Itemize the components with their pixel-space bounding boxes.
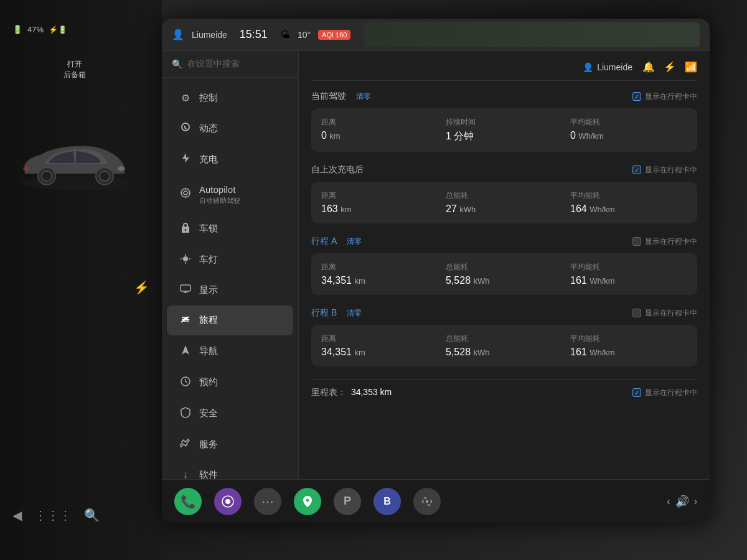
lights-icon <box>179 253 192 267</box>
stat-energy-charge: 总能耗 27 kWh <box>446 190 563 215</box>
sidebar-label-safety: 安全 <box>199 408 218 419</box>
temperature: 10° <box>298 30 311 40</box>
stat-efficiency-a: 平均能耗 161 Wh/km <box>570 262 687 286</box>
current-drive-reset[interactable]: 清零 <box>356 91 371 102</box>
svg-point-13 <box>183 256 188 261</box>
sidebar-item-nav[interactable]: 导航 <box>167 337 293 366</box>
sidebar-label-service: 服务 <box>199 439 218 450</box>
stat-distance-current: 距离 0 km <box>321 117 438 143</box>
current-drive-checkbox[interactable]: ✓ <box>632 92 641 101</box>
bluetooth-header-icon[interactable]: ⚡ <box>664 61 676 73</box>
music-button[interactable] <box>214 488 242 515</box>
trip-b-section: 行程 B 清零 显示在行程卡中 距离 34,351 km <box>311 307 697 366</box>
weather-icon: 🌤 <box>280 29 290 40</box>
sidebar-item-autopilot[interactable]: Autopilot 自动辅助驾驶 <box>167 175 293 213</box>
sidebar-label-charging: 充电 <box>199 154 218 166</box>
search-icon: 🔍 <box>172 59 182 69</box>
service-icon <box>179 438 192 452</box>
status-time: 15:51 <box>240 28 268 41</box>
car-illustration <box>12 124 137 198</box>
search-button[interactable]: 🔍 <box>84 508 100 523</box>
sidebar-label-schedule: 预约 <box>199 376 218 388</box>
sidebar-label-control: 控制 <box>199 92 218 104</box>
trip-a-reset[interactable]: 清零 <box>347 236 362 247</box>
profile-avatar-icon: 👤 <box>583 62 593 72</box>
sidebar-item-software[interactable]: ↓ 软件 <box>167 461 293 479</box>
trip-a-title: 行程 A <box>311 236 337 247</box>
svg-point-4 <box>100 171 110 181</box>
apps-button[interactable]: ⋯ <box>254 488 281 515</box>
main-content: 🔍 在设置中搜索 ⚙ 控制 动态 <box>162 51 710 479</box>
trip-b-checkbox[interactable] <box>632 309 641 317</box>
sidebar-label-lock: 车锁 <box>199 223 218 235</box>
trip-a-checkbox[interactable] <box>632 237 641 246</box>
trip-a-section: 行程 A 清零 显示在行程卡中 距离 34,351 km <box>311 236 697 295</box>
aqi-badge: AQI 160 <box>318 30 350 40</box>
menu-button[interactable]: ⋮⋮⋮ <box>34 508 72 523</box>
sidebar-item-lights[interactable]: 车灯 <box>167 245 293 275</box>
sidebar-label-dynamic: 动态 <box>199 123 218 134</box>
trip-b-header: 行程 B 清零 显示在行程卡中 <box>311 307 697 319</box>
stat-efficiency-b: 平均能耗 161 Wh/km <box>570 334 687 358</box>
sidebar-item-service[interactable]: 服务 <box>167 430 293 460</box>
svg-rect-18 <box>181 285 190 291</box>
current-drive-title: 当前驾驶 <box>311 91 346 102</box>
notification-icon[interactable]: 🔔 <box>642 61 655 73</box>
sidebar-item-control[interactable]: ⚙ 控制 <box>167 84 293 112</box>
back-button[interactable]: ◀ <box>12 508 22 523</box>
volume-prev-button[interactable]: ‹ <box>667 496 670 507</box>
odometer-label: 里程表： <box>311 387 346 397</box>
sidebar-item-schedule[interactable]: 预约 <box>167 368 293 398</box>
trip-icon <box>179 314 192 327</box>
status-username: Liumeide <box>192 30 227 40</box>
status-bar: 👤 Liumeide 15:51 🌤 10° AQI 160 <box>162 19 710 51</box>
sidebar-item-display[interactable]: 显示 <box>167 276 293 304</box>
current-drive-stats: 距离 0 km 持续时间 1 分钟 平均能耗 0 <box>311 108 697 152</box>
sidebar-item-charging[interactable]: 充电 <box>167 144 293 174</box>
sidebar-label-lights: 车灯 <box>199 254 218 266</box>
trip-a-show-card[interactable]: 显示在行程卡中 <box>632 236 697 247</box>
stat-efficiency-charge: 平均能耗 164 Wh/km <box>570 190 687 215</box>
profile-header: 👤 Liumeide 🔔 ⚡ 📶 <box>311 61 697 81</box>
volume-control[interactable]: ‹ 🔊 › <box>667 495 697 508</box>
search-bar[interactable]: 🔍 在设置中搜索 <box>162 51 298 78</box>
bottom-controls[interactable]: ◀ ⋮⋮⋮ 🔍 <box>12 508 100 535</box>
parking-button[interactable]: P <box>334 488 361 515</box>
search-placeholder: 在设置中搜索 <box>187 58 240 70</box>
trip-b-show-card[interactable]: 显示在行程卡中 <box>632 308 697 319</box>
odometer-row: 里程表： 34,353 km ✓ 显示在行程卡中 <box>311 379 697 406</box>
svg-point-24 <box>227 500 229 502</box>
battery-charging-icon: ⚡🔋 <box>49 26 67 34</box>
control-icon: ⚙ <box>179 92 192 104</box>
phone-button[interactable]: 📞 <box>174 488 202 515</box>
sidebar-item-trip[interactable]: 旅程 <box>167 306 293 335</box>
schedule-icon <box>179 376 192 390</box>
taskbar: 📞 ⋯ P B ‹ 🔊 › <box>162 479 710 523</box>
stat-distance-b: 距离 34,351 km <box>321 334 438 358</box>
battery-icon: 🔋 <box>12 25 22 34</box>
volume-next-button[interactable]: › <box>694 496 697 507</box>
nav-icon <box>179 345 192 358</box>
stat-energy-a: 总能耗 5,528 kWh <box>446 262 563 286</box>
odometer-checkbox[interactable]: ✓ <box>632 388 641 397</box>
trip-b-reset[interactable]: 清零 <box>347 308 362 319</box>
bluetooth-taskbar-button[interactable]: B <box>374 488 401 515</box>
current-drive-header: 当前驾驶 清零 ✓ 显示在行程卡中 <box>311 91 697 102</box>
nav-list: ⚙ 控制 动态 充电 <box>162 78 298 479</box>
sidebar-item-dynamic[interactable]: 动态 <box>167 113 293 143</box>
sidebar-item-safety[interactable]: 安全 <box>167 399 293 429</box>
current-drive-section: 当前驾驶 清零 ✓ 显示在行程卡中 距离 0 km <box>311 91 697 152</box>
trip-b-stats: 距离 34,351 km 总能耗 5,528 kWh <box>311 325 697 366</box>
sidebar-sublabel-autopilot: 自动辅助驾驶 <box>199 196 240 205</box>
current-drive-show-card[interactable]: ✓ 显示在行程卡中 <box>632 91 697 102</box>
map-button[interactable] <box>294 488 321 515</box>
battery-status: 🔋 47% ⚡🔋 <box>12 25 67 34</box>
fan-button[interactable] <box>413 488 441 515</box>
left-panel: 🔋 47% ⚡🔋 打开 后备箱 <box>0 0 162 560</box>
profile-icon-status: 👤 <box>172 29 184 40</box>
odometer-show-card[interactable]: ✓ 显示在行程卡中 <box>632 388 697 398</box>
sidebar-item-lock[interactable]: 车锁 <box>167 214 293 244</box>
since-charge-checkbox[interactable]: ✓ <box>632 166 641 174</box>
since-charge-show-card[interactable]: ✓ 显示在行程卡中 <box>632 165 697 175</box>
software-icon: ↓ <box>179 469 192 479</box>
